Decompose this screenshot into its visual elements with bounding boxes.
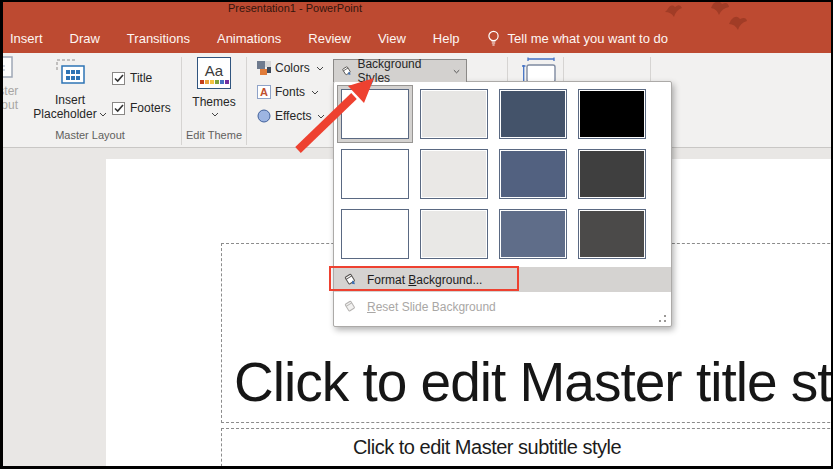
tab-transitions[interactable]: Transitions	[127, 31, 190, 46]
tell-me-box[interactable]: Tell me what you want to do	[487, 30, 668, 47]
title-checkbox-label: Title	[130, 71, 152, 85]
annotation-rectangle	[329, 266, 519, 291]
tab-view[interactable]: View	[378, 31, 406, 46]
effects-button[interactable]: Effects	[257, 109, 325, 123]
background-style-swatch[interactable]	[578, 89, 646, 139]
group-divider	[181, 57, 182, 145]
insert-placeholder-label-1: Insert	[55, 93, 85, 107]
group-label-master-layout: Master Layout	[30, 129, 150, 141]
tab-draw[interactable]: Draw	[70, 31, 100, 46]
master-subtitle-text: Click to edit Master subtitle style	[332, 436, 642, 459]
background-style-swatch[interactable]	[499, 89, 567, 139]
insert-placeholder-button[interactable]: Insert Placeholder	[32, 56, 108, 121]
powerpoint-window: Presentation1 - PowerPoint Insert Draw T…	[0, 0, 833, 469]
master-layout-label-2: Layout	[0, 98, 18, 112]
colors-button[interactable]: Colors	[257, 61, 324, 75]
group-label-edit-theme: Edit Theme	[184, 129, 244, 141]
colors-label: Colors	[275, 61, 310, 75]
background-style-swatch[interactable]	[578, 149, 646, 199]
tab-review[interactable]: Review	[308, 31, 351, 46]
master-layout-label-1: Master	[0, 84, 18, 98]
tab-help[interactable]: Help	[433, 31, 460, 46]
themes-button[interactable]: Aa Themes	[188, 57, 240, 117]
background-style-gallery	[341, 89, 646, 259]
chevron-down-icon	[453, 69, 460, 74]
footers-checkbox-label: Footers	[130, 101, 171, 115]
background-style-swatch[interactable]	[420, 209, 488, 259]
background-style-swatch[interactable]	[499, 149, 567, 199]
reset-slide-background-menu-item: Reset Slide Background	[334, 294, 671, 319]
master-layout-button[interactable]: Master Layout	[0, 56, 30, 112]
ribbon-tab-bar: Insert Draw Transitions Animations Revie…	[10, 30, 668, 47]
tell-me-label: Tell me what you want to do	[508, 31, 668, 46]
footers-checkbox[interactable]: Footers	[112, 101, 171, 115]
background-style-swatch[interactable]	[341, 149, 409, 199]
slide-layout-icon	[0, 56, 13, 78]
reset-slide-background-label: Reset Slide Background	[367, 300, 496, 314]
background-style-swatch[interactable]	[578, 209, 646, 259]
background-style-swatch[interactable]	[341, 209, 409, 259]
chevron-down-icon	[99, 112, 107, 117]
slide-size-icon[interactable]	[516, 57, 558, 83]
lightbulb-icon	[487, 30, 500, 47]
theme-colors-icon	[257, 61, 271, 75]
bird-decoration	[653, 2, 788, 44]
group-divider	[246, 57, 247, 145]
themes-aa-icon: Aa	[197, 57, 231, 89]
chevron-down-icon	[311, 90, 319, 95]
background-styles-button[interactable]: Background Styles	[333, 59, 467, 82]
background-style-swatch[interactable]	[341, 89, 409, 139]
resize-grip[interactable]	[658, 314, 666, 322]
paint-bucket-icon	[340, 64, 352, 78]
chevron-down-icon	[316, 66, 324, 71]
master-subtitle-placeholder[interactable]: Click to edit Master subtitle style	[221, 428, 833, 469]
background-style-swatch[interactable]	[499, 209, 567, 259]
chevron-down-icon	[211, 112, 219, 117]
background-style-swatch[interactable]	[420, 89, 488, 139]
theme-effects-icon	[257, 109, 271, 123]
effects-label: Effects	[275, 109, 311, 123]
title-checkbox[interactable]: Title	[112, 71, 152, 85]
reset-background-icon	[342, 299, 357, 314]
tab-animations[interactable]: Animations	[217, 31, 281, 46]
insert-placeholder-label-2: Placeholder	[33, 107, 106, 121]
checkbox-checked-icon	[112, 102, 125, 115]
background-style-swatch[interactable]	[420, 149, 488, 199]
insert-placeholder-icon	[53, 56, 87, 90]
tab-insert[interactable]: Insert	[10, 31, 43, 46]
fonts-label: Fonts	[275, 85, 305, 99]
checkbox-checked-icon	[112, 72, 125, 85]
title-bar: Presentation1 - PowerPoint Insert Draw T…	[0, 0, 833, 53]
window-title: Presentation1 - PowerPoint	[0, 2, 590, 14]
themes-label: Themes	[192, 95, 235, 109]
fonts-button[interactable]: A Fonts	[257, 85, 319, 99]
chevron-down-icon	[317, 114, 325, 119]
master-title-text: Click to edit Master title style	[222, 350, 833, 422]
theme-fonts-icon: A	[257, 85, 271, 99]
background-styles-label: Background Styles	[357, 57, 446, 85]
